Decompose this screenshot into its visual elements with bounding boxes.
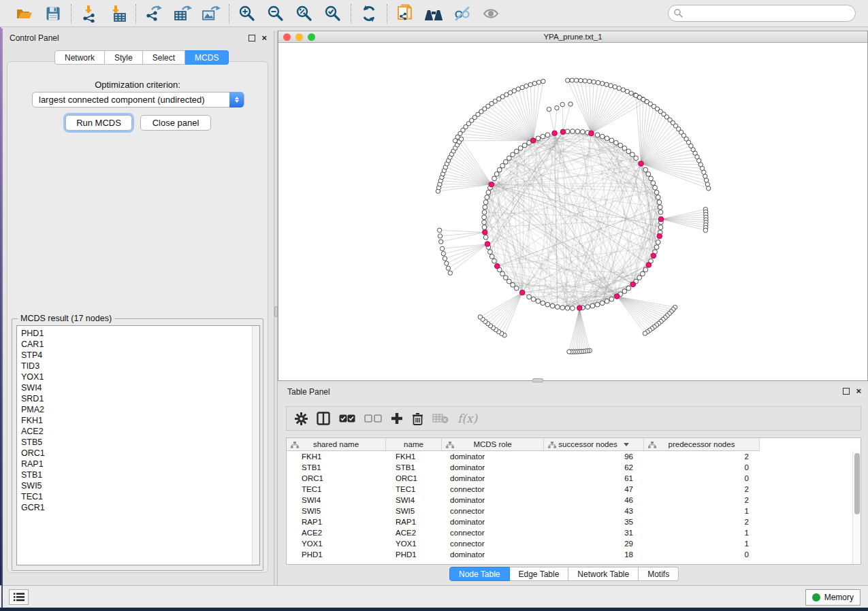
table-cell[interactable]: dominator bbox=[442, 516, 544, 527]
table-cell[interactable]: RAP1 bbox=[386, 516, 442, 527]
table-cell[interactable]: 29 bbox=[544, 538, 644, 549]
table-cell[interactable]: connector bbox=[442, 484, 544, 495]
table-cell[interactable]: 2 bbox=[644, 484, 760, 495]
table-cell[interactable]: FKH1 bbox=[386, 451, 442, 462]
save-session-button[interactable] bbox=[44, 4, 63, 23]
table-settings-button[interactable] bbox=[295, 410, 308, 427]
mcds-result-item[interactable]: STP4 bbox=[17, 350, 259, 361]
tab-mcds[interactable]: MCDS bbox=[185, 50, 229, 65]
table-row[interactable]: YOX1YOX1connector291 bbox=[287, 538, 760, 549]
zoom-in-button[interactable] bbox=[238, 4, 257, 23]
table-cell[interactable]: ORC1 bbox=[386, 473, 442, 484]
close-panel-button[interactable]: Close panel bbox=[140, 115, 211, 131]
zoom-fit-button[interactable] bbox=[295, 4, 314, 23]
mcds-result-item[interactable]: SWI4 bbox=[17, 382, 259, 393]
table-cell[interactable]: 0 bbox=[644, 462, 760, 473]
tab-node-table[interactable]: Node Table bbox=[449, 567, 510, 581]
table-cell[interactable]: SWI4 bbox=[287, 495, 386, 506]
table-cell[interactable]: 31 bbox=[544, 527, 644, 538]
mcds-result-item[interactable]: TEC1 bbox=[17, 491, 259, 502]
table-cell[interactable]: RAP1 bbox=[287, 516, 386, 527]
table-cell[interactable]: PHD1 bbox=[386, 549, 442, 560]
table-cell[interactable]: 96 bbox=[544, 451, 644, 462]
zoom-out-button[interactable] bbox=[266, 4, 285, 23]
mcds-result-item[interactable]: TID3 bbox=[17, 361, 259, 371]
import-table-button[interactable] bbox=[108, 4, 127, 23]
mcds-result-item[interactable]: RAP1 bbox=[17, 459, 259, 469]
table-row[interactable]: ORC1ORC1dominator610 bbox=[287, 473, 760, 484]
table-cell[interactable]: 61 bbox=[544, 473, 644, 484]
deselect-all-button[interactable] bbox=[364, 410, 382, 427]
table-cell[interactable]: ACE2 bbox=[287, 527, 386, 538]
mcds-result-item[interactable]: SWI5 bbox=[17, 480, 259, 491]
table-cell[interactable]: 1 bbox=[644, 506, 760, 516]
table-cell[interactable]: 2 bbox=[644, 451, 760, 462]
table-cell[interactable]: dominator bbox=[442, 495, 544, 506]
mcds-result-item[interactable]: GCR1 bbox=[17, 502, 259, 513]
mcds-result-item[interactable]: STB5 bbox=[17, 437, 259, 448]
table-cell[interactable]: YOX1 bbox=[287, 538, 386, 549]
table-cell[interactable]: 1 bbox=[644, 538, 760, 549]
column-header-successor-nodes[interactable]: successor nodes bbox=[544, 438, 644, 451]
mcds-result-item[interactable]: ACE2 bbox=[17, 426, 259, 437]
close-icon[interactable]: × bbox=[856, 388, 861, 395]
network-window-titlebar[interactable]: YPA_prune.txt_1 bbox=[278, 31, 867, 43]
column-header-name[interactable]: name bbox=[386, 438, 442, 451]
run-mcds-button[interactable]: Run MCDS bbox=[65, 115, 132, 131]
table-cell[interactable]: 2 bbox=[644, 495, 760, 506]
mcds-result-item[interactable]: STB1 bbox=[17, 469, 259, 480]
table-cell[interactable]: 46 bbox=[544, 495, 644, 506]
mcds-result-item[interactable]: CAR1 bbox=[17, 339, 259, 350]
mcds-list-scrollbar[interactable] bbox=[252, 326, 259, 565]
table-cell[interactable]: 47 bbox=[544, 484, 644, 495]
float-window-icon[interactable] bbox=[248, 35, 255, 42]
table-row[interactable]: TEC1TEC1connector472 bbox=[287, 484, 760, 495]
table-cell[interactable]: STB1 bbox=[287, 462, 386, 473]
table-cell[interactable]: SWI4 bbox=[386, 495, 442, 506]
refresh-button[interactable] bbox=[359, 4, 379, 23]
column-header-predecessor-nodes[interactable]: predecessor nodes bbox=[644, 438, 760, 451]
criterion-dropdown[interactable]: largest connected component (undirected) bbox=[32, 92, 244, 108]
table-row[interactable]: PHD1PHD1dominator180 bbox=[287, 549, 760, 560]
network-canvas[interactable] bbox=[278, 43, 867, 380]
column-visibility-button[interactable] bbox=[317, 410, 330, 427]
tab-motifs[interactable]: Motifs bbox=[639, 567, 679, 581]
table-cell[interactable]: 2 bbox=[644, 516, 760, 527]
mcds-result-item[interactable]: YOX1 bbox=[17, 371, 259, 382]
mcds-result-item[interactable]: PHD1 bbox=[17, 328, 259, 339]
table-cell[interactable]: 62 bbox=[544, 462, 644, 473]
mcds-result-list[interactable]: PHD1CAR1STP4TID3YOX1SWI4SRD1PMA2FKH1ACE2… bbox=[16, 325, 260, 565]
table-row[interactable]: FKH1FKH1dominator962 bbox=[287, 451, 760, 462]
table-row[interactable]: RAP1RAP1dominator352 bbox=[287, 516, 760, 527]
column-header-shared-name[interactable]: shared name bbox=[287, 438, 386, 451]
table-row[interactable]: ACE2ACE2connector311 bbox=[287, 527, 760, 538]
float-window-icon[interactable] bbox=[843, 388, 850, 395]
tab-network[interactable]: Network bbox=[54, 50, 105, 65]
table-cell[interactable]: STB1 bbox=[386, 462, 442, 473]
table-cell[interactable]: ORC1 bbox=[287, 473, 386, 484]
mcds-result-item[interactable]: ORC1 bbox=[17, 448, 259, 459]
delete-column-button[interactable] bbox=[412, 410, 423, 427]
select-all-button[interactable] bbox=[339, 410, 355, 427]
table-cell[interactable]: SWI5 bbox=[386, 506, 442, 516]
network-overview-button[interactable] bbox=[424, 4, 443, 23]
table-cell[interactable]: TEC1 bbox=[287, 484, 386, 495]
search-input[interactable] bbox=[668, 5, 856, 22]
tab-select[interactable]: Select bbox=[143, 50, 185, 65]
table-cell[interactable]: dominator bbox=[442, 451, 544, 462]
table-cell[interactable]: dominator bbox=[442, 549, 544, 560]
table-cell[interactable]: ACE2 bbox=[386, 527, 442, 538]
scrollbar-thumb[interactable] bbox=[854, 453, 860, 514]
splitter-grip[interactable] bbox=[532, 378, 543, 382]
table-cell[interactable]: 18 bbox=[544, 549, 644, 560]
add-column-button[interactable] bbox=[391, 410, 403, 427]
table-cell[interactable]: 0 bbox=[644, 473, 760, 484]
table-cell[interactable]: connector bbox=[442, 506, 544, 516]
task-history-button[interactable] bbox=[9, 589, 29, 605]
table-cell[interactable]: YOX1 bbox=[386, 538, 442, 549]
table-cell[interactable]: FKH1 bbox=[287, 451, 386, 462]
table-cell[interactable]: dominator bbox=[442, 473, 544, 484]
mcds-result-item[interactable]: FKH1 bbox=[17, 415, 259, 426]
hide-details-button[interactable] bbox=[453, 4, 472, 23]
table-scrollbar[interactable] bbox=[852, 451, 861, 564]
